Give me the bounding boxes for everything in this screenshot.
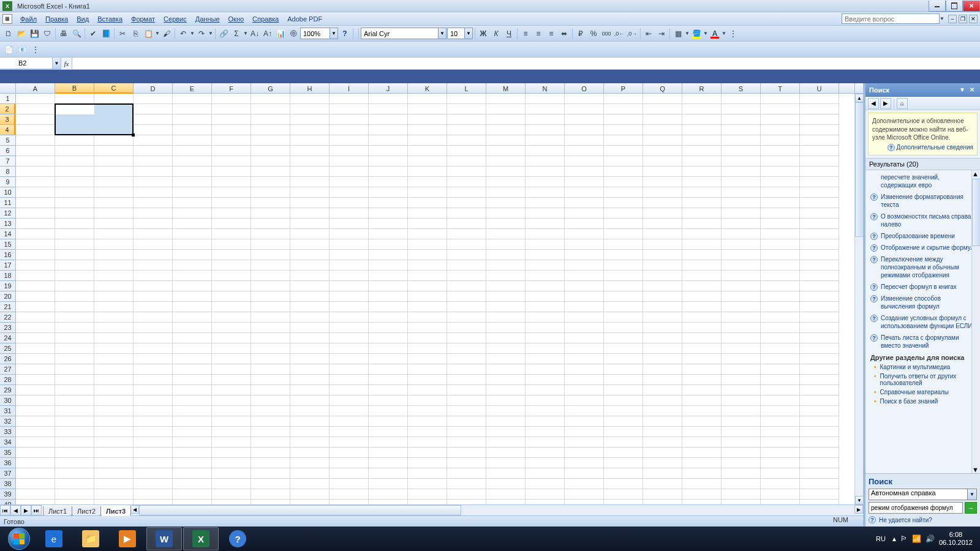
tab-next-icon[interactable]: ▶ [21,505,31,515]
format-painter-icon[interactable]: 🖌 [160,28,173,40]
paste-dropdown-icon[interactable]: ▼ [155,31,160,36]
tab-prev-icon[interactable]: ◀ [10,505,21,515]
tray-volume-icon[interactable]: 🔊 [925,534,935,543]
menu-adobe-pdf[interactable]: Adobe PDF [283,14,326,24]
taskpane-scrollbar[interactable]: ▲ ▼ [971,170,980,473]
research-icon[interactable]: 📘 [100,28,112,40]
mdi-close-button[interactable]: ✕ [969,15,978,23]
tab-last-icon[interactable]: ⏭ [31,505,42,515]
column-split-handle[interactable] [854,83,863,94]
col-header-S[interactable]: S [722,83,761,94]
permission-icon[interactable]: 🛡 [41,28,53,40]
drawing-icon[interactable]: 🞋 [287,28,300,40]
col-header-B[interactable]: B [55,83,94,94]
row-header-11[interactable]: 11 [0,198,15,208]
horizontal-scrollbar[interactable]: ◀ ▶ [130,505,863,515]
col-header-U[interactable]: U [800,83,839,94]
row-header-2[interactable]: 2 [0,104,15,114]
result-item[interactable]: ?Печать листа с формулами вместо значени… [865,332,980,351]
row-header-3[interactable]: 3 [0,114,15,125]
col-header-K[interactable]: K [408,83,447,94]
fill-color-dropdown-icon[interactable]: ▼ [703,31,708,36]
toolbar2-options-icon[interactable]: ⋮ [29,43,42,56]
row-header-28[interactable]: 28 [0,375,15,385]
sort-desc-icon[interactable]: A↑ [262,28,274,40]
row-header-4[interactable]: 4 [0,125,15,135]
print-preview-icon[interactable]: 🔍 [70,28,83,40]
sheet-tab-Лист2[interactable]: Лист2 [72,506,101,516]
row-header-12[interactable]: 12 [0,208,15,219]
col-header-N[interactable]: N [526,83,565,94]
sheet-tab-Лист1[interactable]: Лист1 [43,506,72,516]
row-header-14[interactable]: 14 [0,229,15,239]
row-header-40[interactable]: 40 [0,500,15,504]
maximize-button[interactable] [946,1,963,12]
save-icon[interactable]: 💾 [28,28,40,40]
increase-indent-icon[interactable]: ⇥ [655,28,668,40]
row-header-6[interactable]: 6 [0,146,15,156]
col-header-M[interactable]: M [486,83,526,94]
search-scope-select[interactable]: Автономная справка▼ [869,489,977,500]
row-header-5[interactable]: 5 [0,135,15,146]
scroll-right-icon[interactable]: ▶ [854,505,863,514]
taskpane-close-icon[interactable]: ✕ [968,86,976,94]
underline-icon[interactable]: Ч [503,28,515,40]
zoom-combo[interactable]: 100%▼ [300,28,338,39]
row-header-27[interactable]: 27 [0,364,15,375]
row-header-7[interactable]: 7 [0,156,15,167]
mdi-restore-button[interactable]: ❐ [959,15,967,23]
menu-view[interactable]: Вид [72,14,93,24]
row-header-26[interactable]: 26 [0,354,15,364]
search-query-input[interactable] [869,502,963,514]
scroll-down-icon[interactable]: ▼ [855,496,863,504]
row-header-34[interactable]: 34 [0,437,15,448]
col-header-Q[interactable]: Q [643,83,682,94]
row-header-35[interactable]: 35 [0,448,15,458]
row-header-13[interactable]: 13 [0,219,15,229]
row-header-17[interactable]: 17 [0,260,15,271]
currency-icon[interactable]: ₽ [575,28,587,40]
row-header-1[interactable]: 1 [0,94,15,104]
tp-scroll-down-icon[interactable]: ▼ [972,466,979,473]
col-header-D[interactable]: D [134,83,173,94]
chart-wizard-icon[interactable]: 📊 [274,28,287,40]
menu-edit[interactable]: Правка [41,14,72,24]
pdf-mail-icon[interactable]: 📧 [16,43,28,56]
undo-dropdown-icon[interactable]: ▼ [190,31,195,36]
decrease-decimal-icon[interactable]: ,0→ [626,28,638,40]
result-item[interactable]: ?Создание условных формул с использовани… [865,312,980,332]
select-all-corner[interactable] [0,83,16,94]
result-item[interactable]: ?Изменение форматирования текста [865,191,980,211]
borders-dropdown-icon[interactable]: ▼ [685,31,690,36]
col-header-T[interactable]: T [761,83,800,94]
result-item[interactable]: ?Отображение и скрытие формул [865,242,980,253]
taskpane-menu-icon[interactable]: ▼ [958,86,967,94]
spelling-icon[interactable]: ✔ [87,28,99,40]
taskbar-ie[interactable]: e [36,527,72,550]
hyperlink-icon[interactable]: 🔗 [217,28,230,40]
document-icon[interactable]: ▦ [2,14,12,24]
hscroll-thumb[interactable] [139,505,461,515]
col-header-R[interactable]: R [682,83,722,94]
taskbar-explorer[interactable]: 📁 [73,527,108,550]
col-header-J[interactable]: J [369,83,408,94]
close-button[interactable] [963,1,980,12]
vscroll-thumb[interactable] [855,102,863,237]
row-header-18[interactable]: 18 [0,271,15,281]
tray-arrow-icon[interactable]: ▴ [892,534,896,543]
borders-icon[interactable]: ▦ [672,28,684,40]
row-header-10[interactable]: 10 [0,187,15,198]
font-color-icon[interactable]: A [709,28,721,40]
nav-back-icon[interactable]: ◀ [868,98,879,109]
sheet-tab-Лист3[interactable]: Лист3 [100,506,131,516]
taskbar-media-player[interactable]: ▶ [110,527,145,550]
decrease-indent-icon[interactable]: ⇤ [643,28,655,40]
copy-icon[interactable]: ⎘ [129,28,141,40]
bold-icon[interactable]: Ж [477,28,489,40]
row-header-15[interactable]: 15 [0,239,15,250]
tp-scroll-up-icon[interactable]: ▲ [972,170,979,178]
redo-dropdown-icon[interactable]: ▼ [208,31,213,36]
menu-tools[interactable]: Сервис [159,14,191,24]
row-header-39[interactable]: 39 [0,489,15,500]
menu-insert[interactable]: Вставка [93,14,127,24]
